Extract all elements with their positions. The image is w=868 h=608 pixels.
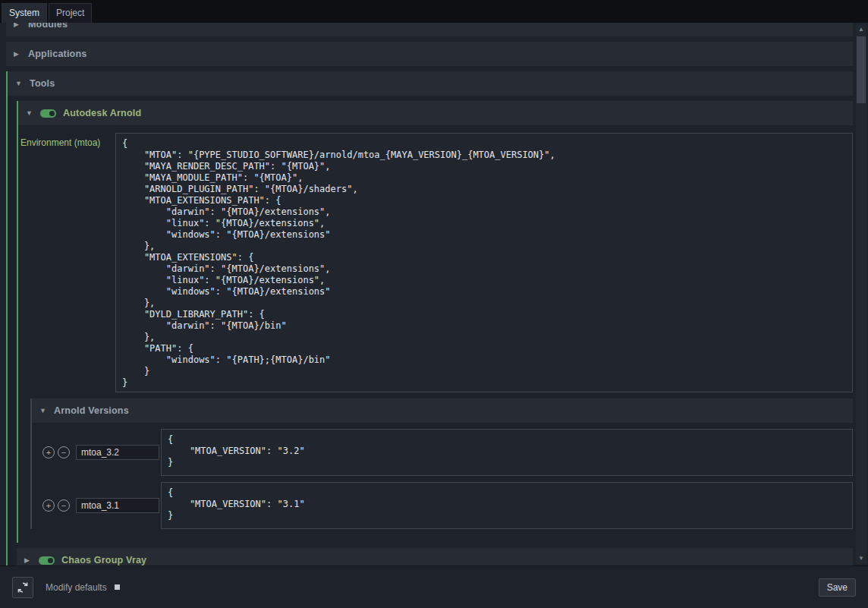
section-tools: ▼ Tools ▼ Autodesk Arnold <box>6 71 853 565</box>
settings-content: ▶ Modules ▶ Applications ▼ Tools ▼ <box>0 23 868 565</box>
expanded-arrow-icon: ▼ <box>39 407 47 414</box>
expanded-arrow-icon: ▼ <box>15 80 23 87</box>
environment-field-label: Environment (mtoa) <box>20 133 115 148</box>
section-header-chaos-group-vray[interactable]: ▶ Chaos Group Vray <box>17 548 853 565</box>
environment-json-editor[interactable]: { "MTOA": "{PYPE_STUDIO_SOFTWARE}/arnold… <box>115 133 853 392</box>
version-json-editor[interactable]: { "MTOA_VERSION": "3.1" } <box>161 482 853 529</box>
version-row-controls: + − <box>42 445 161 460</box>
section-label-tools: Tools <box>30 78 55 89</box>
refresh-button[interactable] <box>12 577 33 598</box>
version-name-input[interactable] <box>76 498 159 513</box>
scrollbar-thumb[interactable] <box>857 36 866 103</box>
section-header-applications[interactable]: ▶ Applications <box>6 42 853 66</box>
collapsed-arrow-icon: ▶ <box>24 556 32 564</box>
vertical-scrollbar[interactable]: ▲ ▼ <box>856 24 866 564</box>
remove-version-button[interactable]: − <box>58 446 70 458</box>
section-label-modules: Modules <box>28 23 68 30</box>
scroll-down-arrow-icon[interactable]: ▼ <box>856 553 866 564</box>
expanded-arrow-icon: ▼ <box>26 109 33 117</box>
version-json-editor[interactable]: { "MTOA_VERSION": "3.2" } <box>161 429 853 476</box>
enabled-toggle-icon[interactable] <box>40 109 56 118</box>
enabled-toggle-icon[interactable] <box>39 556 55 565</box>
section-header-tools[interactable]: ▼ Tools <box>8 71 853 96</box>
collapsed-arrow-icon: ▶ <box>14 50 21 58</box>
scroll-up-arrow-icon[interactable]: ▲ <box>856 24 866 35</box>
save-button[interactable]: Save <box>819 578 856 597</box>
version-row: + − { "MTOA_VERSION": "3.1" } <box>42 482 853 529</box>
section-header-arnold-versions[interactable]: ▼ Arnold Versions <box>32 399 853 423</box>
tab-system[interactable]: System <box>2 3 47 23</box>
section-header-modules[interactable]: ▶ Modules <box>6 23 853 36</box>
autodesk-arnold-body: Environment (mtoa) { "MTOA": "{PYPE_STUD… <box>18 125 853 543</box>
add-version-button[interactable]: + <box>42 499 55 512</box>
section-label-arnold-versions: Arnold Versions <box>54 405 129 416</box>
modify-defaults-checkbox[interactable] <box>115 584 120 590</box>
modify-defaults-label: Modify defaults <box>46 582 107 593</box>
version-row-controls: + − <box>42 498 161 513</box>
settings-scroll-area: ▶ Modules ▶ Applications ▼ Tools ▼ <box>0 23 853 565</box>
environment-field-row: Environment (mtoa) { "MTOA": "{PYPE_STUD… <box>20 133 853 392</box>
arnold-versions-body: + − { "MTOA_VERSION": "3.2" } <box>32 423 853 529</box>
settings-window: System Project ▶ Modules ▶ Applications … <box>0 0 868 608</box>
tab-bar: System Project <box>0 0 868 23</box>
section-label-applications: Applications <box>28 49 86 59</box>
version-row: + − { "MTOA_VERSION": "3.2" } <box>42 429 853 476</box>
add-version-button[interactable]: + <box>42 446 55 458</box>
refresh-icon <box>17 581 29 594</box>
section-label-chaos-group-vray: Chaos Group Vray <box>61 555 146 565</box>
collapsed-arrow-icon: ▶ <box>14 23 21 28</box>
footer-bar: Modify defaults Save <box>0 565 868 608</box>
tools-body: ▼ Autodesk Arnold Environment (mtoa) { "… <box>8 96 853 565</box>
section-header-autodesk-arnold[interactable]: ▼ Autodesk Arnold <box>18 101 853 125</box>
section-label-autodesk-arnold: Autodesk Arnold <box>63 108 141 118</box>
tab-project[interactable]: Project <box>49 3 92 23</box>
section-arnold-versions: ▼ Arnold Versions + − <box>30 399 853 529</box>
version-name-input[interactable] <box>76 445 159 460</box>
remove-version-button[interactable]: − <box>58 499 70 512</box>
section-autodesk-arnold: ▼ Autodesk Arnold Environment (mtoa) { "… <box>17 101 853 543</box>
